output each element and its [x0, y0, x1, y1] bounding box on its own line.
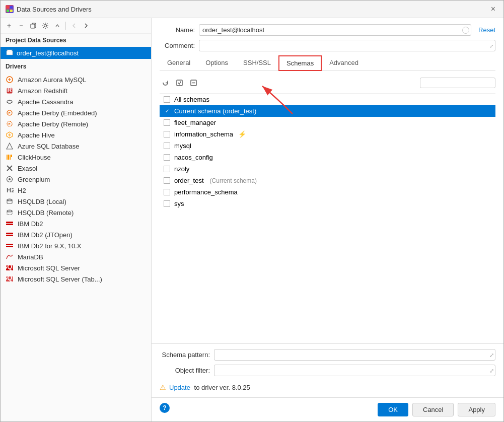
svg-marker-14: [7, 143, 13, 149]
remove-button[interactable]: －: [16, 20, 27, 31]
svg-point-10: [9, 100, 10, 101]
driver-item-amazon-aurora[interactable]: Amazon Aurora MySQL: [1, 74, 151, 85]
driver-label-ibm-db2-jtopen: IBM Db2 (JTOpen): [18, 231, 73, 239]
schema-checkbox-mysql[interactable]: [164, 143, 170, 149]
add-button[interactable]: ＋: [4, 20, 15, 31]
clickhouse-icon: [6, 153, 14, 161]
schema-item-order-test[interactable]: order_test (Current schema): [160, 175, 495, 186]
driver-item-h2[interactable]: H2 H2: [1, 185, 151, 196]
amazon-redshift-icon: R: [6, 87, 14, 95]
driver-item-mariadb[interactable]: MariaDB: [1, 251, 151, 262]
schema-checkbox-fleet-manager[interactable]: [164, 119, 170, 126]
driver-item-apache-derby-remote[interactable]: Apache Derby (Remote): [1, 118, 151, 129]
schema-checkbox-nacos-config[interactable]: [164, 154, 170, 161]
apply-button[interactable]: Apply: [458, 403, 495, 416]
schema-checkbox-all[interactable]: [164, 96, 170, 103]
schema-item-information-schema[interactable]: information_schema ⚡: [160, 128, 495, 140]
tab-advanced[interactable]: Advanced: [322, 55, 366, 71]
schema-name-sys: sys: [174, 200, 184, 207]
schema-pattern-label: Schema pattern:: [160, 351, 210, 359]
driver-item-apache-hive[interactable]: Apache Hive: [1, 129, 151, 140]
driver-item-greenplum[interactable]: Greenplum: [1, 174, 151, 185]
driver-item-hsqldb-local[interactable]: HSQLDB (Local): [1, 196, 151, 207]
svg-rect-2: [7, 10, 9, 12]
schema-checkbox-nzoly[interactable]: [164, 166, 170, 172]
tab-schemas[interactable]: Schemas: [278, 55, 322, 71]
schema-item-fleet-manager[interactable]: fleet_manager: [160, 117, 495, 128]
name-input-wrapper: [199, 24, 471, 36]
schema-search-input[interactable]: [420, 78, 495, 88]
schema-name-current: Current schema (order_test): [174, 107, 256, 115]
schema-item-mysql[interactable]: mysql: [160, 140, 495, 152]
hsqldb-local-icon: [6, 197, 14, 205]
name-input[interactable]: [199, 24, 471, 36]
driver-label-h2: H2: [18, 187, 26, 194]
name-row: Name: Reset: [160, 24, 495, 36]
tab-options[interactable]: Options: [198, 55, 236, 71]
schema-checkbox-performance-schema[interactable]: [164, 189, 170, 195]
svg-rect-15: [7, 155, 8, 160]
tab-ssh-ssl[interactable]: SSH/SSL: [236, 55, 278, 71]
schema-item-current[interactable]: Current schema (order_test): [160, 105, 495, 117]
driver-item-apache-derby-embedded[interactable]: Apache Derby (Embedded): [1, 107, 151, 118]
driver-item-clickhouse[interactable]: ClickHouse: [1, 152, 151, 163]
help-button[interactable]: ?: [160, 403, 170, 413]
driver-label-apache-cassandra: Apache Cassandra: [18, 98, 74, 106]
update-link[interactable]: Update: [169, 384, 190, 391]
comment-input[interactable]: [199, 40, 495, 51]
driver-item-ibm-db2[interactable]: IBM Db2: [1, 218, 151, 229]
schema-checkbox-sys[interactable]: [164, 200, 170, 207]
driver-label-hsqldb-local: HSQLDB (Local): [18, 198, 66, 205]
driver-item-microsoft-sql-server[interactable]: SQL Microsoft SQL Server: [1, 262, 151, 273]
schema-pattern-input[interactable]: [214, 349, 495, 361]
driver-label-clickhouse: ClickHouse: [18, 154, 51, 161]
svg-rect-17: [10, 155, 11, 160]
driver-item-apache-cassandra[interactable]: Apache Cassandra: [1, 96, 151, 107]
title-bar-left: Data Sources and Drivers: [6, 5, 92, 13]
svg-rect-18: [11, 155, 12, 157]
svg-text:H2: H2: [7, 186, 14, 194]
refresh-schema-button[interactable]: [160, 77, 171, 88]
reset-button[interactable]: Reset: [478, 26, 495, 34]
settings-button[interactable]: [40, 20, 51, 31]
driver-label-amazon-redshift: Amazon Redshift: [18, 87, 67, 95]
mariadb-icon: [6, 253, 14, 261]
deselect-all-schemas-button[interactable]: [188, 77, 199, 88]
driver-item-microsoft-sql-server-tab[interactable]: SQL Microsoft SQL Server (Tab...): [1, 273, 151, 285]
schema-item-nzoly[interactable]: nzoly: [160, 163, 495, 175]
object-filter-row: Object filter: ⤢: [160, 365, 495, 376]
schema-item-sys[interactable]: sys: [160, 198, 495, 209]
comment-input-wrapper: ⤢: [199, 40, 495, 51]
schema-checkbox-current[interactable]: [164, 108, 170, 114]
back-button[interactable]: [68, 20, 80, 31]
arrow-up-button[interactable]: [52, 20, 63, 31]
tab-general[interactable]: General: [160, 55, 198, 71]
cancel-button[interactable]: Cancel: [412, 403, 454, 416]
datasource-item-order-test[interactable]: order_test@localhost: [1, 47, 151, 59]
driver-item-ibm-db2-jtopen[interactable]: IBM Db2 (JTOpen): [1, 229, 151, 240]
drivers-list: Amazon Aurora MySQL R Amazon Redshift: [1, 72, 151, 421]
forward-button[interactable]: [81, 20, 92, 31]
schema-item-performance-schema[interactable]: performance_schema: [160, 186, 495, 198]
driver-item-hsqldb-remote[interactable]: HSQLDB (Remote): [1, 207, 151, 218]
driver-item-ibm-db2-9x10x[interactable]: IBM Db2 for 9.X, 10.X: [1, 240, 151, 251]
select-all-schemas-button[interactable]: [174, 77, 185, 88]
schema-name-performance-schema: performance_schema: [174, 188, 238, 196]
bottom-panel: Schema pattern: ⤢ Object filter: ⤢ ⚠: [152, 343, 503, 397]
svg-rect-30: [6, 233, 13, 234]
driver-label-greenplum: Greenplum: [18, 176, 50, 183]
schema-checkbox-information-schema[interactable]: [164, 131, 170, 137]
object-filter-input[interactable]: [214, 365, 495, 376]
schema-item-all[interactable]: All schemas: [160, 94, 495, 105]
drivers-section-header: Drivers: [1, 60, 151, 72]
schema-item-nacos-config[interactable]: nacos_config: [160, 152, 495, 163]
ok-button[interactable]: OK: [378, 403, 408, 416]
driver-item-amazon-redshift[interactable]: R Amazon Redshift: [1, 85, 151, 96]
close-button[interactable]: ×: [488, 4, 498, 15]
driver-item-azure-sql[interactable]: Azure SQL Database: [1, 140, 151, 152]
driver-label-ibm-db2-9x10x: IBM Db2 for 9.X, 10.X: [18, 242, 81, 250]
duplicate-button[interactable]: [28, 20, 39, 31]
driver-item-exasol[interactable]: Exasol: [1, 163, 151, 174]
schema-checkbox-order-test[interactable]: [164, 177, 170, 184]
driver-label-exasol: Exasol: [18, 165, 37, 172]
